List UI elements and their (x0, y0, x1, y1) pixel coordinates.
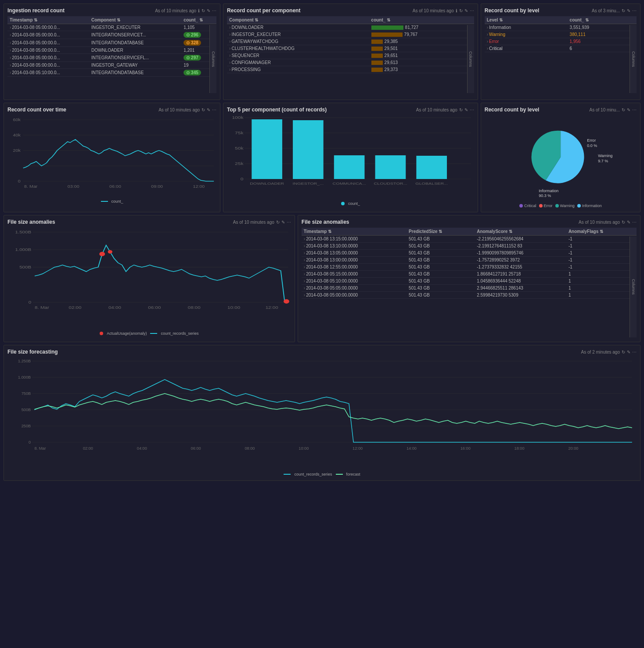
svg-text:1.250B: 1.250B (18, 359, 31, 363)
fsa-edit-icon[interactable]: ✎ (281, 220, 285, 225)
col-component[interactable]: Component ⇅ (89, 16, 181, 24)
fsat-edit-icon[interactable]: ✎ (627, 220, 630, 225)
fsa-refresh-icon[interactable]: ↻ (276, 220, 280, 225)
svg-text:06:00: 06:00 (148, 305, 161, 310)
info-icon[interactable]: ℹ (198, 8, 200, 13)
table-row: ›2014-03-08 05:00:00.0... INGESTOR_EXECU… (7, 24, 216, 31)
fsat-col-as[interactable]: AnomalyScore ⇅ (475, 228, 566, 236)
count-cell: 81,727 (369, 24, 474, 31)
fsat-refresh-icon[interactable]: ↻ (622, 220, 625, 225)
rlp-time: As of 10 minu... (590, 107, 620, 112)
ts-cell: ›2014-03-08 05:00:00.0... (7, 39, 89, 47)
count-cell: 6 (568, 45, 637, 52)
fsa-chart-meta: As of 10 minutes ago ↻ ✎ ⋯ (233, 220, 291, 225)
top5-title: Top 5 per component (count of records) (227, 107, 327, 113)
fsat-col-ts[interactable]: Timestamp ⇅ (302, 228, 407, 236)
fsat-table: Timestamp ⇅ PredictedSize ⇅ AnomalyScore… (302, 228, 637, 299)
rot-refresh-icon[interactable]: ↻ (201, 107, 205, 112)
rlt-col-count[interactable]: count_ ⇅ (568, 16, 637, 24)
rlt-col-level[interactable]: Level ⇅ (485, 16, 568, 24)
table-row: ›2014-03-08 05:00:00.0... INTEGRATIONSER… (7, 31, 216, 39)
top5-chart: 100k 75k 50k 25k 0 DOWNLOADER INGESTOR_.… (227, 115, 474, 199)
rlt-refresh-icon[interactable]: ↻ (622, 8, 625, 13)
rcc-more-icon[interactable]: ⋯ (470, 8, 474, 13)
edit-icon[interactable]: ✎ (207, 8, 210, 13)
svg-text:0: 0 (29, 440, 31, 444)
component-cell: INTEGRATIONSERVICET... (89, 31, 181, 39)
top5-edit-icon[interactable]: ✎ (464, 107, 468, 112)
more-icon[interactable]: ⋯ (212, 8, 216, 13)
fsf-more-icon[interactable]: ⋯ (632, 350, 637, 354)
columns-button[interactable]: Columns (209, 25, 216, 93)
score-cell: 1.04586936444 52248 (475, 278, 566, 285)
top5-more-icon[interactable]: ⋯ (470, 107, 474, 112)
flags-cell: -1 (566, 236, 637, 243)
rcc-col-component[interactable]: Component ⇅ (227, 16, 369, 24)
table-row: ›GATEWAYWATCHDOG 29,385 (227, 38, 474, 45)
rcc-columns-button[interactable]: Columns (467, 25, 474, 93)
rlt-edit-icon[interactable]: ✎ (627, 8, 630, 13)
flags-cell: 1 (566, 271, 637, 278)
bar-communica (334, 155, 365, 179)
anomaly-table-panel: File size anomalies As of 10 minutes ago… (298, 215, 640, 342)
table-row: ›INGESTOR_EXECUTER 79,767 (227, 31, 474, 38)
fsat-more-icon[interactable]: ⋯ (632, 220, 637, 225)
table-row: ›2014-03-08 05:10:00.0000 501.43 GB 1.04… (302, 278, 637, 285)
rcc-refresh-icon[interactable]: ↻ (459, 8, 463, 13)
ts-cell: ›2014-03-08 05:05:00.0000 (302, 285, 407, 292)
component-cell: ›DOWNLOADER (227, 24, 369, 31)
table-row: ›2014-03-08 05:15:00.0000 501.43 GB 1.86… (302, 271, 637, 278)
fsf-refresh-icon[interactable]: ↻ (622, 350, 625, 354)
fsat-col-af[interactable]: AnomalyFlags ⇅ (566, 228, 637, 236)
count-cell: 29,501 (369, 45, 474, 52)
dashboard: Ingestion record count As of 10 minutes … (0, 0, 644, 484)
svg-text:06:00: 06:00 (109, 184, 121, 189)
svg-text:14:00: 14:00 (407, 446, 417, 451)
ts-cell: ›2014-03-08 05:00:00.0000 (302, 292, 407, 299)
level-cell: ›Critical (485, 45, 568, 52)
rlt-columns-button[interactable]: Columns (630, 25, 637, 93)
fsf-edit-icon[interactable]: ✎ (627, 350, 630, 354)
rlp-legend-warning: Warning (555, 204, 575, 208)
rcc-col-count[interactable]: count_ ⇅ (369, 16, 474, 24)
table-row: ›2014-03-08 13:15:00.0000 501.43 GB -2.2… (302, 236, 637, 243)
svg-text:8. Mar: 8. Mar (24, 184, 38, 189)
svg-text:25k: 25k (235, 161, 244, 166)
top5-refresh-icon[interactable]: ↻ (459, 107, 463, 112)
table-row: ›2014-03-08 05:00:00.0... INTEGRATIONDAT… (7, 39, 216, 47)
col-timestamp[interactable]: Timestamp ⇅ (7, 16, 89, 24)
top5-legend-dot (341, 202, 345, 205)
score-cell: 1.86684127191 25718 (475, 271, 566, 278)
rlp-more-icon[interactable]: ⋯ (632, 107, 637, 112)
ingestion-time: As of 10 minutes ago (155, 8, 196, 13)
rot-more-icon[interactable]: ⋯ (212, 107, 216, 112)
rcc-info-icon[interactable]: ℹ (456, 8, 457, 13)
fsa-chart-header: File size anomalies As of 10 minutes ago… (7, 219, 291, 225)
rcc-edit-icon[interactable]: ✎ (464, 8, 468, 13)
rlp-refresh-icon[interactable]: ↻ (622, 107, 625, 112)
refresh-icon[interactable]: ↻ (201, 8, 205, 13)
top5-header: Top 5 per component (count of records) A… (227, 107, 474, 113)
rlp-meta: As of 10 minu... ↻ ✎ ⋯ (590, 107, 637, 112)
table-row: ›PROCESSING 29,373 (227, 66, 474, 73)
fsf-header: File size forecasting As of 2 minutes ag… (7, 349, 637, 355)
score-cell: -1.75728990252 3972 (475, 257, 566, 264)
forecast-panel: File size forecasting As of 2 minutes ag… (4, 345, 640, 481)
fsat-columns-button[interactable]: Columns (630, 236, 637, 337)
ingestion-table: Timestamp ⇅ Component ⇅ count_ ⇅ ›2014-0… (7, 16, 216, 77)
predicted-cell: 501.43 GB (407, 236, 475, 243)
svg-text:750B: 750B (22, 391, 31, 396)
rlp-edit-icon[interactable]: ✎ (627, 107, 630, 112)
fsf-legend: count_records_series forecast (7, 472, 637, 476)
fsa-more-icon[interactable]: ⋯ (287, 220, 291, 225)
score-cell: -1.27379332832 42155 (475, 264, 566, 271)
rlt-more-icon[interactable]: ⋯ (632, 8, 637, 13)
fsat-col-ps[interactable]: PredictedSize ⇅ (407, 228, 475, 236)
col-count[interactable]: count_ ⇅ (181, 16, 216, 24)
rot-meta: As of 10 minutes ago ↻ ✎ ⋯ (158, 107, 216, 112)
rot-edit-icon[interactable]: ✎ (207, 107, 210, 112)
rcc-title: Record count per component (227, 7, 300, 14)
flags-cell: 1 (566, 278, 637, 285)
fsa-legend: ActualUsage(anomaly) count_records_serie… (7, 331, 291, 336)
rlp-legend: Critical Error Warning Information (485, 204, 637, 208)
